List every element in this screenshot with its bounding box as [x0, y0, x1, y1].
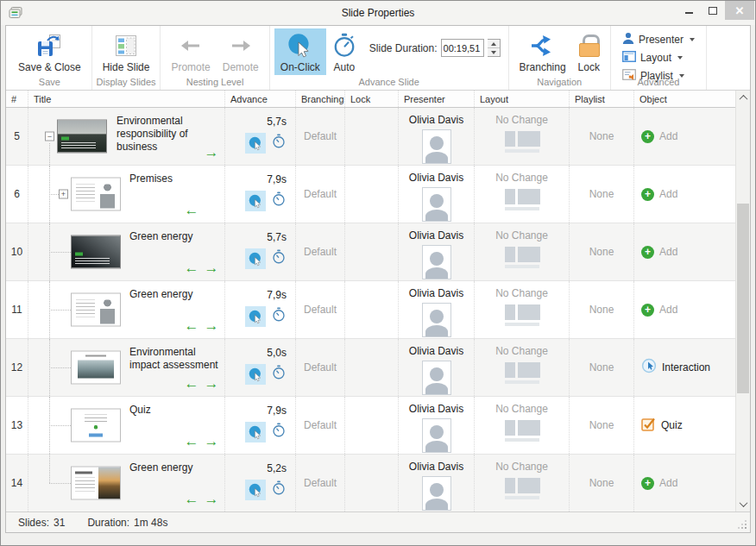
minimize-button[interactable]	[677, 1, 701, 20]
on-click-toggle[interactable]	[245, 133, 266, 154]
add-object-icon[interactable]: +	[641, 130, 654, 143]
lock-cell[interactable]	[344, 397, 398, 454]
auto-advance-toggle[interactable]	[271, 365, 287, 384]
playlist-cell[interactable]: None	[569, 223, 633, 280]
table-row[interactable]: 6+Premises←7,9sDefaultOlivia DavisNo Cha…	[6, 166, 735, 223]
branching-cell[interactable]: Default	[295, 281, 344, 338]
demote-button[interactable]: Demote	[217, 28, 265, 75]
on-click-toggle[interactable]	[245, 191, 266, 211]
slide-thumbnail[interactable]	[57, 120, 107, 154]
layout-cell[interactable]: No Change	[474, 166, 569, 223]
playlist-cell[interactable]: None	[569, 397, 633, 454]
slide-title-cell[interactable]: +Premises←	[28, 166, 224, 223]
object-cell[interactable]: +Add	[633, 166, 735, 223]
column-header-object[interactable]: Object	[633, 91, 735, 107]
save-close-button[interactable]: Save & Close	[12, 28, 87, 75]
object-cell[interactable]: +Add	[633, 108, 735, 165]
expand-toggle[interactable]: +	[59, 190, 68, 199]
auto-advance-toggle[interactable]	[271, 249, 287, 268]
add-object-icon[interactable]: +	[641, 304, 654, 317]
slide-title-cell[interactable]: Green energy←→	[28, 455, 224, 511]
auto-advance-toggle[interactable]	[271, 307, 287, 326]
on-click-toggle[interactable]	[245, 248, 266, 269]
column-header-number[interactable]: #	[6, 91, 28, 107]
close-button[interactable]: ✕	[725, 1, 754, 20]
on-click-toggle[interactable]	[245, 364, 266, 385]
table-row[interactable]: 13Quiz←→7,9sDefaultOlivia DavisNo Change…	[6, 397, 735, 455]
scroll-up-button[interactable]	[736, 91, 750, 105]
promote-button[interactable]: Promote	[165, 28, 216, 75]
slide-thumbnail[interactable]	[71, 467, 121, 500]
collapse-toggle[interactable]: −	[45, 132, 54, 141]
hide-slide-button[interactable]: Hide Slide	[97, 28, 156, 75]
maximize-button[interactable]	[701, 1, 725, 20]
lock-cell[interactable]	[344, 108, 398, 165]
layout-cell[interactable]: No Change	[474, 223, 569, 280]
branching-cell[interactable]: Default	[295, 108, 344, 165]
auto-advance-toggle[interactable]	[271, 191, 287, 210]
presenter-cell[interactable]: Olivia Davis	[398, 223, 474, 280]
object-cell[interactable]: Quiz	[633, 397, 735, 454]
presenter-cell[interactable]: Olivia Davis	[398, 166, 474, 223]
move-left-arrow[interactable]: ←	[184, 319, 199, 333]
slide-title-cell[interactable]: Green energy←→	[28, 281, 224, 338]
add-object-icon[interactable]: +	[641, 246, 654, 259]
slide-title-cell[interactable]: Quiz←→	[28, 397, 224, 454]
table-row[interactable]: 11Green energy←→7,9sDefaultOlivia DavisN…	[6, 281, 735, 339]
auto-advance-toggle[interactable]	[271, 423, 287, 442]
column-header-lock[interactable]: Lock	[344, 91, 398, 107]
branching-cell[interactable]: Default	[295, 166, 344, 223]
slide-thumbnail[interactable]	[71, 351, 121, 385]
spinner-down-button[interactable]	[488, 47, 500, 56]
presenter-cell[interactable]: Olivia Davis	[398, 397, 474, 454]
slide-title-cell[interactable]: Green energy←→	[28, 223, 224, 280]
layout-cell[interactable]: No Change	[474, 339, 569, 396]
move-left-arrow[interactable]: ←	[184, 435, 199, 449]
auto-button[interactable]: Auto	[326, 28, 362, 75]
slide-thumbnail[interactable]	[71, 293, 121, 327]
slide-duration-input[interactable]	[441, 39, 484, 57]
playlist-cell[interactable]: None	[569, 339, 633, 396]
layout-cell[interactable]: No Change	[474, 397, 569, 454]
presenter-cell[interactable]: Olivia Davis	[398, 281, 474, 338]
object-cell[interactable]: Interaction	[633, 339, 735, 396]
presenter-dropdown[interactable]: Presenter	[621, 31, 696, 47]
slide-thumbnail[interactable]	[71, 178, 121, 211]
column-header-title[interactable]: Title	[28, 91, 224, 107]
on-click-toggle[interactable]	[245, 306, 266, 327]
branching-cell[interactable]: Default	[295, 397, 344, 454]
branching-cell[interactable]: Default	[295, 455, 344, 511]
auto-advance-toggle[interactable]	[271, 480, 287, 499]
table-row[interactable]: 10Green energy←→5,7sDefaultOlivia DavisN…	[6, 223, 735, 281]
on-click-toggle[interactable]	[245, 422, 266, 442]
resize-grip[interactable]	[737, 519, 747, 530]
branching-button[interactable]: Branching	[513, 28, 572, 75]
object-cell[interactable]: +Add	[633, 455, 735, 511]
layout-cell[interactable]: No Change	[474, 455, 569, 511]
scroll-down-button[interactable]	[736, 497, 750, 511]
playlist-cell[interactable]: None	[569, 281, 633, 338]
playlist-cell[interactable]: None	[569, 455, 633, 511]
object-cell[interactable]: +Add	[633, 281, 735, 338]
lock-button[interactable]: Lock	[572, 28, 606, 75]
move-left-arrow[interactable]: ←	[184, 204, 199, 217]
column-header-advance[interactable]: Advance	[224, 91, 295, 107]
lock-cell[interactable]	[344, 166, 398, 223]
column-header-branching[interactable]: Branching	[295, 91, 344, 107]
playlist-cell[interactable]: None	[569, 166, 633, 223]
lock-cell[interactable]	[344, 455, 398, 511]
layout-cell[interactable]: No Change	[474, 281, 569, 338]
table-row[interactable]: 5−Environmental responsibility of busine…	[6, 108, 735, 166]
on-click-button[interactable]: On-Click	[274, 28, 326, 75]
layout-cell[interactable]: No Change	[474, 108, 569, 165]
move-left-arrow[interactable]: ←	[184, 261, 199, 275]
presenter-cell[interactable]: Olivia Davis	[398, 108, 474, 165]
slide-title-cell[interactable]: Environmental impact assessment←→	[28, 339, 224, 396]
presenter-cell[interactable]: Olivia Davis	[398, 455, 474, 511]
move-left-arrow[interactable]: ←	[184, 377, 199, 391]
lock-cell[interactable]	[344, 339, 398, 396]
layout-dropdown[interactable]: Layout	[621, 50, 696, 66]
lock-cell[interactable]	[344, 281, 398, 338]
lock-cell[interactable]	[344, 223, 398, 280]
move-right-arrow[interactable]: →	[204, 261, 219, 275]
